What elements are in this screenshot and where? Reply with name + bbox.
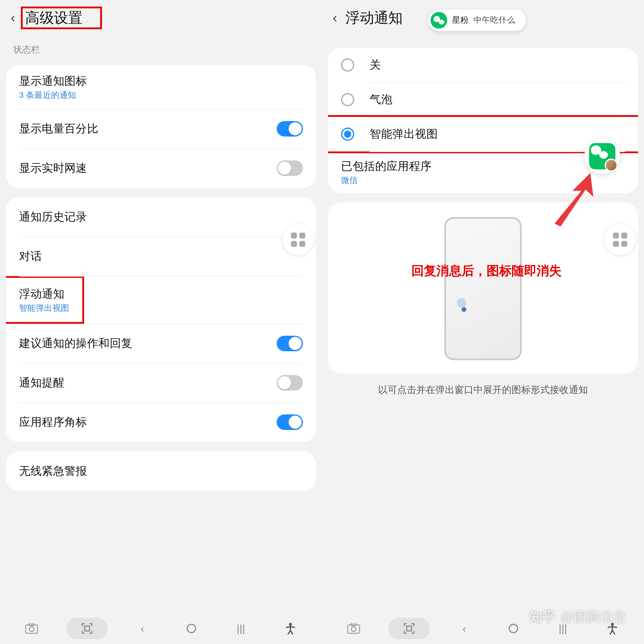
- page-title-right: 浮动通知: [346, 8, 403, 27]
- row-title: 应用程序角标: [19, 414, 277, 430]
- navbar-left: ‹ |||: [0, 613, 322, 644]
- multitask-icon[interactable]: [605, 224, 636, 255]
- row-title: 已包括的应用程序: [341, 159, 625, 174]
- row-title: 对话: [19, 249, 303, 264]
- row-title: 显示通知图标: [19, 73, 303, 89]
- svg-point-10: [509, 624, 518, 633]
- row-title: 浮动通知: [19, 286, 69, 302]
- radio-label: 气泡: [370, 92, 392, 107]
- radio-group: 关 气泡 智能弹出视图 已包括的应用程序 微信: [328, 48, 638, 193]
- right-screen: ‹ 浮动通知 关 气泡 智能弹出视图 已包括的应用程序 微信 以: [322, 0, 644, 644]
- header-left: ‹ 高级设置: [0, 0, 322, 36]
- nav-recent-icon[interactable]: |||: [226, 618, 256, 639]
- svg-rect-2: [29, 623, 34, 625]
- radio-label: 智能弹出视图: [370, 126, 438, 142]
- left-screen: ‹ 高级设置 状态栏 显示通知图标 3 条最近的通知 显示电量百分比 显示实时网…: [0, 0, 322, 644]
- row-notif-reminder[interactable]: 通知提醒: [6, 363, 316, 403]
- phone-illustration: [444, 217, 522, 360]
- nav-home-icon[interactable]: [177, 618, 207, 639]
- wechat-icon: [430, 12, 447, 29]
- toggle-reminder[interactable]: [277, 375, 303, 391]
- toggle-netspeed[interactable]: [277, 160, 303, 176]
- row-title: 通知提醒: [19, 375, 277, 391]
- row-title: 显示实时网速: [19, 160, 277, 176]
- svg-rect-6: [348, 625, 360, 633]
- svg-rect-3: [85, 626, 90, 631]
- notifications-group: 通知历史记录 对话 浮动通知 智能弹出视图 建议通知的操作和回复 通知提醒 应用…: [6, 197, 316, 442]
- camera-icon[interactable]: [17, 618, 47, 639]
- section-label: 状态栏: [0, 36, 322, 60]
- pill-sender: 星粉: [452, 15, 469, 26]
- svg-point-5: [289, 623, 292, 626]
- row-title: 通知历史记录: [19, 209, 303, 225]
- nav-back-icon[interactable]: ‹: [127, 618, 157, 639]
- radio-bubble[interactable]: 气泡: [328, 82, 638, 117]
- row-subtitle: 智能弹出视图: [19, 303, 69, 314]
- row-notif-history[interactable]: 通知历史记录: [6, 197, 316, 237]
- accessibility-icon[interactable]: [275, 618, 305, 639]
- multitask-icon[interactable]: [283, 224, 314, 255]
- radio-icon: [341, 58, 354, 72]
- toggle-badge[interactable]: [277, 414, 303, 430]
- emergency-group: 无线紧急警报: [6, 451, 316, 491]
- back-icon[interactable]: ‹: [329, 7, 341, 29]
- svg-point-1: [29, 627, 34, 632]
- arrow-icon: [549, 173, 596, 226]
- toggle-battery[interactable]: [277, 121, 303, 136]
- info-text: 以可点击并在弹出窗口中展开的图标形式接收通知: [322, 378, 644, 403]
- scan-icon[interactable]: [66, 618, 108, 639]
- svg-rect-9: [407, 626, 412, 631]
- zhihu-logo-icon: 知乎: [529, 608, 556, 626]
- nav-home-icon[interactable]: [499, 618, 529, 639]
- row-notification-icons[interactable]: 显示通知图标 3 条最近的通知: [6, 65, 316, 109]
- radio-off[interactable]: 关: [328, 48, 638, 82]
- watermark: 知乎 知乎 @图腾信息 @图腾信息: [529, 608, 626, 626]
- svg-point-4: [187, 624, 196, 633]
- row-battery-percent[interactable]: 显示电量百分比: [6, 109, 316, 149]
- floating-pill-notification[interactable]: 星粉 中午吃什么: [428, 10, 526, 31]
- camera-icon[interactable]: [339, 618, 369, 639]
- row-net-speed[interactable]: 显示实时网速: [6, 149, 316, 188]
- status-bar-group: 显示通知图标 3 条最近的通知 显示电量百分比 显示实时网速: [6, 65, 316, 188]
- svg-rect-0: [26, 625, 38, 633]
- row-subtitle: 3 条最近的通知: [19, 90, 303, 101]
- preview-card: [328, 203, 638, 373]
- scan-icon[interactable]: [388, 618, 430, 639]
- radio-icon: [341, 93, 354, 106]
- row-title: 建议通知的操作和回复: [19, 336, 277, 351]
- radio-label: 关: [370, 57, 381, 73]
- toggle-suggest[interactable]: [277, 336, 303, 351]
- row-suggest-actions[interactable]: 建议通知的操作和回复: [6, 324, 316, 363]
- svg-point-7: [351, 627, 356, 632]
- avatar: [605, 159, 618, 172]
- pill-message: 中午吃什么: [473, 15, 515, 26]
- wechat-icon: [589, 143, 615, 169]
- row-title: 显示电量百分比: [19, 121, 277, 136]
- row-conversations[interactable]: 对话: [6, 237, 316, 276]
- svg-rect-8: [351, 623, 356, 625]
- nav-back-icon[interactable]: ‹: [449, 618, 479, 639]
- row-floating-notif[interactable]: 浮动通知 智能弹出视图: [6, 276, 316, 324]
- back-icon[interactable]: ‹: [7, 7, 19, 29]
- row-emergency-alerts[interactable]: 无线紧急警报: [6, 451, 316, 491]
- floating-bubble[interactable]: [584, 138, 620, 174]
- radio-icon: [341, 128, 354, 141]
- row-app-badge[interactable]: 应用程序角标: [6, 403, 316, 442]
- page-title-left: 高级设置: [21, 7, 102, 29]
- annotation-text: 回复消息后，图标随即消失: [411, 262, 562, 279]
- row-title: 无线紧急警报: [19, 463, 303, 479]
